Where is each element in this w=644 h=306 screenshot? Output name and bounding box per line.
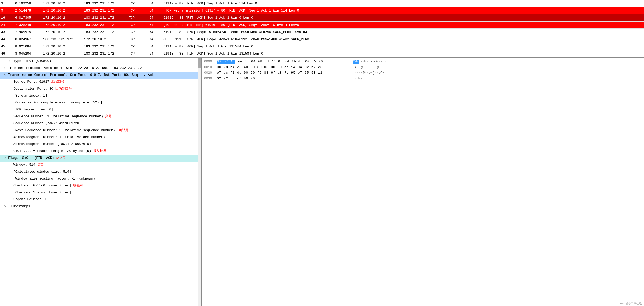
- pkt-src: 172.20.10.2: [43, 45, 84, 48]
- pkt-time: 0.109256: [15, 2, 43, 5]
- detail-row[interactable]: ▷ Internet Protocol Version 4, Src: 172.…: [0, 65, 201, 72]
- pkt-info: 80 → 61918 [SYN, ACK] Seq=0 Ack=1 Win=81…: [163, 37, 643, 41]
- pkt-time: 2.514478: [15, 9, 43, 13]
- detail-scrollbar[interactable]: [198, 58, 201, 306]
- detail-panel: ▷ Type: IPv4 (0x0800)▷ Internet Protocol…: [0, 58, 202, 306]
- pkt-len: 74: [149, 30, 163, 34]
- packet-row[interactable]: 45 8.025084 172.20.10.2 183.232.231.172 …: [0, 43, 644, 50]
- detail-row[interactable]: ▷ Type: IPv4 (0x0800): [0, 58, 201, 65]
- expand-icon[interactable]: ▷: [4, 65, 8, 71]
- detail-row[interactable]: Acknowledgment number (raw): 2106976101: [0, 141, 201, 148]
- detail-text: Source Port: 61917: [13, 80, 49, 84]
- detail-row[interactable]: Source Port: 61917 源端口号: [0, 79, 201, 86]
- pkt-src: 172.20.10.2: [43, 16, 84, 20]
- detail-text: 0101 .... = Header Length: 20 bytes (5): [13, 149, 91, 153]
- hex-offset: 0020: [204, 70, 217, 76]
- detail-row[interactable]: [Next Sequence Number: 2 (relative seque…: [0, 127, 201, 134]
- pkt-time: 8.025084: [15, 45, 43, 48]
- pkt-no: 45: [1, 45, 15, 48]
- packet-row[interactable]: 24 7.328248 172.20.10.2 183.232.231.172 …: [0, 22, 644, 29]
- pkt-len: 54: [149, 52, 163, 56]
- detail-row[interactable]: Destination Port: 80 目的端口号: [0, 86, 201, 92]
- hex-bytes: 32 57 14 ee fc 64 98 8d 46 6f 44 fb 08 0…: [217, 59, 350, 65]
- packet-row[interactable]: 9 2.514478 172.20.10.2 183.232.231.172 T…: [0, 7, 644, 14]
- pkt-no: 24: [1, 23, 15, 27]
- hex-row: 0010 00 28 b4 e5 40 00 80 06 00 00 ac 14…: [204, 65, 642, 70]
- detail-text: Type: IPv4 (0x0800): [13, 59, 51, 63]
- detail-row[interactable]: Sequence Number (raw): 4119031720: [0, 120, 201, 127]
- detail-row[interactable]: ▽ Transmission Control Protocol, Src Por…: [0, 72, 201, 79]
- expand-icon[interactable]: ▷: [9, 58, 13, 64]
- detail-text: Checksum: 0x55c6 [unverified]: [13, 184, 71, 187]
- packet-row[interactable]: 44 8.024967 183.232.231.172 172.20.10.2 …: [0, 36, 644, 43]
- detail-row[interactable]: Acknowledgment Number: 1 (relative ack n…: [0, 134, 201, 141]
- pkt-proto: TCP: [129, 2, 149, 5]
- expand-icon[interactable]: ▷: [4, 155, 8, 161]
- pkt-info: 61918 → 80 [SYN] Seq=0 Win=64240 Len=0 M…: [163, 30, 643, 34]
- detail-text: Window: 514: [13, 163, 35, 167]
- expand-icon[interactable]: ▽: [4, 72, 8, 78]
- pkt-dst: 183.232.231.172: [84, 16, 129, 20]
- pkt-no: 44: [1, 37, 15, 41]
- pkt-no: 46: [1, 52, 15, 56]
- pkt-proto: TCP: [129, 45, 149, 48]
- detail-text: [Calculated window size: 514]: [13, 170, 71, 174]
- annotation-text: 报头长度: [93, 149, 106, 153]
- detail-text: [TCP Segment Len: 0]: [13, 108, 53, 111]
- detail-text: [Timestamps]: [8, 204, 32, 208]
- pkt-time: 6.817305: [15, 16, 43, 20]
- detail-row[interactable]: ▷ Flags: 0x011 (FIN, ACK) 标识位: [0, 155, 201, 162]
- detail-text: [Stream index: 1]: [13, 94, 47, 98]
- pkt-proto: TCP: [129, 9, 149, 13]
- detail-scrollbar-thumb[interactable]: [198, 58, 202, 68]
- detail-text: [Checksum Status: Unverified]: [13, 191, 71, 194]
- hex-ascii: 2W· ·d·· FoD···E·: [350, 59, 387, 65]
- pkt-src: 172.20.10.2: [43, 9, 84, 13]
- annotation-text: 窗口: [37, 163, 44, 167]
- pkt-dst: 183.232.231.172: [84, 45, 129, 48]
- pkt-dst: 172.20.10.2: [84, 37, 129, 41]
- detail-row[interactable]: [TCP Segment Len: 0]: [0, 106, 201, 113]
- packet-row[interactable]: 46 8.045204 172.20.10.2 183.232.231.172 …: [0, 50, 644, 57]
- pkt-time: 7.328248: [15, 23, 43, 27]
- annotation-text: 校验和: [73, 184, 83, 187]
- detail-row[interactable]: [Calculated window size: 514]: [0, 168, 201, 175]
- detail-row[interactable]: [Checksum Status: Unverified]: [0, 189, 201, 196]
- detail-text: [Next Sequence Number: 2 (relative seque…: [13, 128, 117, 132]
- detail-row[interactable]: Window: 514 窗口: [0, 162, 201, 168]
- annotation-text: 确认号: [119, 128, 129, 132]
- detail-row[interactable]: Urgent Pointer: 0: [0, 196, 201, 203]
- packet-list: 3 0.109256 172.20.10.2 183.232.231.172 T…: [0, 0, 644, 58]
- pkt-no: 9: [1, 9, 15, 13]
- hex-row: 0020 e7 ac f1 dd 00 50 f5 83 6f a8 7d 95…: [204, 70, 642, 76]
- detail-row[interactable]: [Window size scaling factor: -1 (unknown…: [0, 175, 201, 182]
- hex-bytes: e7 ac f1 dd 00 50 f5 83 6f a8 7d 95 e7 6…: [217, 70, 350, 76]
- expand-icon[interactable]: ▷: [4, 204, 8, 209]
- pkt-src: 172.20.10.2: [43, 2, 84, 5]
- bottom-panel: ▷ Type: IPv4 (0x0800)▷ Internet Protocol…: [0, 58, 644, 306]
- pkt-no: 16: [1, 16, 15, 20]
- detail-text: Urgent Pointer: 0: [13, 197, 47, 201]
- detail-row[interactable]: Checksum: 0x55c6 [unverified] 校验和: [0, 182, 201, 189]
- pkt-src: 172.20.10.2: [43, 30, 84, 34]
- pkt-src: 172.20.10.2: [43, 52, 84, 56]
- detail-row[interactable]: Sequence Number: 1 (relative sequence nu…: [0, 113, 201, 120]
- packet-row[interactable]: 43 7.969975 172.20.10.2 183.232.231.172 …: [0, 29, 644, 36]
- detail-row[interactable]: ▷ [Timestamps]: [0, 203, 201, 210]
- pkt-dst: 183.232.231.172: [84, 23, 129, 27]
- packet-row[interactable]: 3 0.109256 172.20.10.2 183.232.231.172 T…: [0, 0, 644, 7]
- pkt-dst: 183.232.231.172: [84, 52, 129, 56]
- pkt-info: [TCP Retransmission] 61916 → 80 [FIN, AC…: [163, 23, 643, 27]
- hex-ascii: ·····P··o·}··eP·: [350, 70, 385, 76]
- pkt-len: 54: [149, 45, 163, 48]
- hex-row: 0000 32 57 14 ee fc 64 98 8d 46 6f 44 fb…: [204, 59, 642, 65]
- pkt-info: 61917 → 80 [FIN, ACK] Seq=1 Ack=1 Win=51…: [163, 2, 643, 5]
- pkt-time: 8.024967: [15, 37, 43, 41]
- pkt-len: 54: [149, 2, 163, 5]
- detail-row[interactable]: [Conversation completeness: Incomplete (…: [0, 99, 201, 106]
- hex-bytes: 00 28 b4 e5 40 00 80 06 00 00 ac 14 0a 0…: [217, 65, 350, 70]
- packet-row[interactable]: 16 6.817305 172.20.10.2 183.232.231.172 …: [0, 14, 644, 22]
- detail-row[interactable]: [Stream index: 1]: [0, 92, 201, 99]
- detail-row[interactable]: 0101 .... = Header Length: 20 bytes (5) …: [0, 148, 201, 155]
- pkt-info: 61916 → 80 [RST, ACK] Seq=1 Ack=1 Win=0 …: [163, 16, 643, 20]
